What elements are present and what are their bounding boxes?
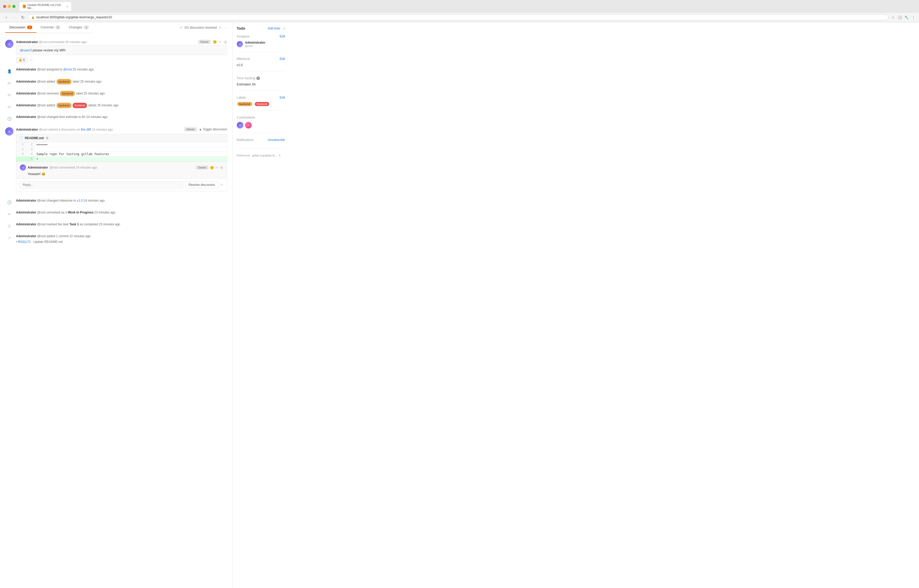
discussion-actions: Owner ▲ Toggle discussion (184, 127, 227, 131)
event-milestone-text: Administrator @root changed milestone to… (16, 198, 227, 203)
tab-favicon: 🦊 (23, 5, 26, 8)
labels-header: Labels Edit (237, 96, 285, 99)
tab-commits[interactable]: Commits 2 (36, 22, 65, 33)
inline-emoji-icon[interactable]: 🙂 (210, 166, 214, 170)
extensions-icon[interactable]: 🔧 (904, 15, 909, 20)
toggle-discussion-btn[interactable]: ▲ Toggle discussion (199, 128, 227, 131)
reference-label: Reference: (237, 154, 251, 157)
assignee-handle: @root (245, 44, 265, 47)
tab-discussion[interactable]: Discussion 2 (5, 22, 36, 33)
discussion-header: Administrator @root started a discussion… (16, 127, 227, 131)
line-num-new-3: 4 (25, 152, 34, 157)
comment-meta: @root commented 25 minutes ago (39, 40, 87, 44)
inline-owner: Owner (196, 165, 208, 170)
labels-edit-button[interactable]: Edit (279, 96, 285, 99)
tab-changes[interactable]: Changes 1 (65, 22, 93, 33)
url-text: localhost:3000/gitlab-org/gitlab-test/me… (36, 16, 885, 19)
add-reaction-icon[interactable]: ☺ (30, 58, 33, 62)
time-tracking-row: Time tracking ? (237, 76, 260, 80)
tab-discussion-count: 2 (27, 26, 32, 29)
participants-header: 2 participants (237, 116, 285, 119)
tab-close-icon[interactable]: ✕ (66, 5, 68, 8)
reference-value: gitlab-org/gitlab-te... (252, 154, 277, 157)
milestone-edit-button[interactable]: Edit (279, 57, 285, 61)
system-event-wip: ✏ Administrator @root unmarked as a Work… (5, 208, 227, 220)
help-icon[interactable]: ? (256, 76, 260, 80)
svg-text:A: A (8, 43, 10, 46)
event-text: Administrator @root assigned to @root 25… (16, 67, 227, 72)
emoji-icon[interactable]: 🙂 (213, 40, 217, 44)
diff-filename: README.md (25, 136, 44, 140)
system-event-milestone: 🕐 Administrator @root changed milestone … (5, 196, 227, 208)
forward-button[interactable]: › (11, 14, 18, 20)
reload-button[interactable]: ↻ (19, 14, 26, 20)
diff-row-1: 2 2 ====== (16, 142, 227, 147)
copy-path-icon[interactable]: ⎘ (46, 136, 48, 140)
commit-hash[interactable]: f6332c72 (18, 240, 31, 244)
check-icon: ☑ (5, 222, 13, 230)
label-badge-backend: backend (57, 79, 71, 84)
page: Discussion 2 Commits 2 Changes 1 ✓ 0/1 d… (0, 22, 919, 588)
assignee-edit-button[interactable]: Edit (279, 35, 285, 38)
main-content: Discussion 2 Commits 2 Changes 1 ✓ 0/1 d… (0, 22, 233, 588)
discussion-meta: @root started a discussion on (39, 128, 81, 131)
address-bar[interactable]: 🔒 localhost:3000/gitlab-org/gitlab-test/… (28, 14, 888, 20)
close-button[interactable] (3, 5, 6, 8)
reply-input[interactable] (20, 181, 183, 189)
event-commit-text: Administrator @root added 1 commit 22 mi… (16, 234, 227, 244)
assignee-user: A Administrator @root (237, 41, 285, 47)
browser-chrome: 🦊 Update README.md (!10) · Me... ✕ ‹ › ↻… (0, 0, 919, 22)
event-task-text: Administrator @root marked the task Task… (16, 222, 227, 227)
screen-icon[interactable]: ⬜ (897, 15, 903, 20)
unsubscribe-button[interactable]: Unsubscribe (268, 138, 285, 142)
milestone-title: Milestone (237, 57, 250, 61)
comment-text: please review my MR! (32, 48, 66, 52)
refresh-icon[interactable]: ↻ (219, 26, 222, 30)
assignee-name: Administrator (245, 41, 265, 44)
labels-list: backend frontend (237, 102, 285, 106)
system-event-commit: ↗ Administrator @root added 1 commit 22 … (5, 232, 227, 246)
label-icon-3: 🏷 (5, 103, 13, 111)
inline-delete-icon[interactable]: 🗑 (220, 166, 223, 170)
line-num-old-3: 4 (16, 152, 25, 157)
edit-icon[interactable]: ✏ (219, 40, 222, 44)
event-text-label: Administrator @root added backend label … (16, 79, 227, 84)
back-button[interactable]: ‹ (3, 14, 9, 20)
diff-row-2: 3 3 (16, 147, 227, 152)
sidebar: Todo Add todo » Assignee Edit A Administ… (233, 22, 289, 588)
system-event-task: ☑ Administrator @root marked the task Ta… (5, 220, 227, 232)
assignee-avatar: A (237, 41, 243, 47)
active-tab[interactable]: 🦊 Update README.md (!10) · Me... ✕ (19, 2, 71, 11)
milestone-link[interactable]: v1.0 (77, 199, 83, 202)
comment-content: @user3 please review my MR! (16, 45, 227, 55)
sidebar-label-frontend: frontend (255, 102, 269, 106)
participant-2: A (245, 122, 252, 129)
system-event-time: 🕐 Administrator @root changed time estim… (5, 113, 227, 125)
add-todo-button[interactable]: Add todo (268, 27, 280, 30)
forward-icon[interactable]: → (224, 26, 227, 30)
inline-edit-icon[interactable]: ✏ (216, 166, 218, 170)
bookmark-icon[interactable]: ☆ (891, 15, 896, 20)
delete-icon[interactable]: 🗑 (224, 40, 227, 44)
resolve-discussion-button[interactable]: Resolve discussion (185, 181, 218, 188)
reload-icon[interactable]: ↻ (220, 183, 223, 187)
minimize-button[interactable] (8, 5, 11, 8)
sidebar-participants: 2 participants A A (237, 116, 285, 133)
menu-icon[interactable]: ⋮ (911, 15, 916, 20)
lock-icon: 🔒 (31, 16, 35, 19)
event-text-labels: Administrator @root added backendfronten… (16, 103, 227, 108)
time-tracking-title: Time tracking (237, 76, 255, 80)
label-icon: 🏷 (5, 79, 13, 87)
commit-icon: ↗ (5, 234, 13, 242)
assignee-title: Assignee (237, 35, 249, 38)
diff-row-4-added: 5 + (16, 157, 227, 162)
titlebar: 🦊 Update README.md (!10) · Me... ✕ (0, 0, 919, 12)
maximize-button[interactable] (12, 5, 16, 8)
browser-toolbar: ‹ › ↻ 🔒 localhost:3000/gitlab-org/gitlab… (0, 12, 919, 22)
emoji-reaction[interactable]: 👍 1 (16, 57, 27, 63)
copy-reference-icon[interactable]: ⎘ (279, 154, 281, 157)
pencil-icon: ✏ (5, 210, 13, 218)
sidebar-assignee: Assignee Edit A Administrator @root (237, 35, 285, 52)
expand-button[interactable]: » (283, 27, 285, 30)
diff-link[interactable]: the diff (81, 128, 91, 131)
